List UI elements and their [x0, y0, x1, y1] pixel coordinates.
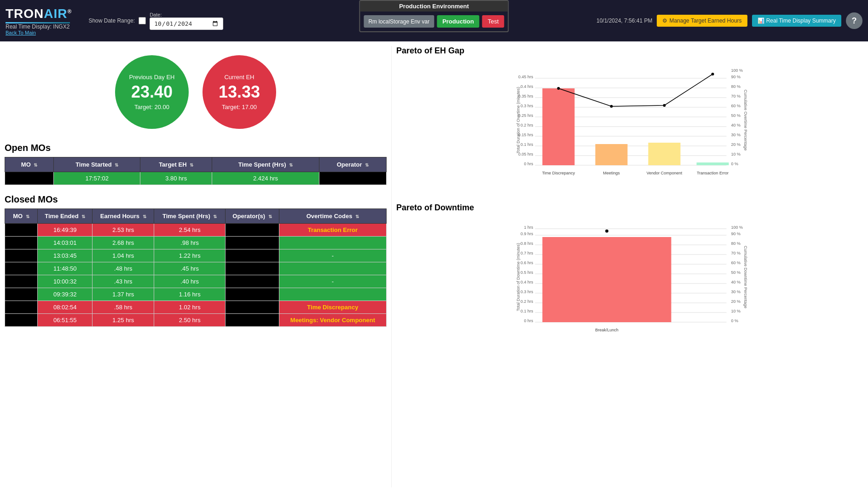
time-ended-cell: 08:02:54	[37, 301, 93, 314]
mo-cell	[5, 224, 38, 237]
svg-point-68	[605, 229, 609, 233]
svg-text:0.9 hrs: 0.9 hrs	[521, 232, 533, 236]
open-mos-table: MO ⇅ Time Started ⇅ Target EH ⇅ Time Spe…	[5, 157, 387, 185]
gear-icon: ⚙	[662, 17, 667, 24]
back-to-main-link[interactable]: Back To Main	[6, 30, 72, 35]
time-spent-cell: .40 hrs	[154, 275, 225, 288]
svg-text:0 hrs: 0 hrs	[524, 318, 533, 323]
date-area: Show Date Range: Date:	[88, 12, 223, 30]
operator-cell	[226, 275, 279, 288]
production-button[interactable]: Production	[437, 15, 480, 28]
rm-local-storage-button[interactable]: Rm localStorage Env var	[364, 15, 434, 28]
svg-text:Total Duration of Overtime (mi: Total Duration of Overtime (minutes)	[516, 87, 521, 154]
col-operators[interactable]: Operator(s) ⇅	[226, 209, 279, 224]
mo-cell	[5, 249, 38, 262]
test-button[interactable]: Test	[482, 15, 504, 28]
earned-hours-cell: .58 hrs	[93, 301, 154, 314]
manage-target-button[interactable]: ⚙ Manage Target Earned Hours	[657, 15, 747, 27]
time-started-cell: 17:57:02	[54, 172, 140, 185]
col-earned-hours[interactable]: Earned Hours ⇅	[93, 209, 154, 224]
realtime-summary-button[interactable]: 📊 Real Time Display Summary	[752, 15, 841, 27]
right-panel: Pareto of EH Gap 0 hrs 0.05 hrs 0.1 hrs …	[391, 46, 863, 487]
header-datetime: 10/1/2024, 7:56:41 PM	[596, 17, 652, 24]
time-ended-cell: 06:51:55	[37, 314, 93, 327]
time-ended-cell: 13:03:45	[37, 249, 93, 262]
mo-cell	[5, 314, 38, 327]
pareto-eh-title: Pareto of EH Gap	[396, 46, 863, 56]
svg-text:Meetings: Meetings	[603, 171, 620, 175]
main-content: Previous Day EH 23.40 Target: 20.00 Curr…	[0, 41, 868, 492]
pareto-downtime-svg: 0 hrs 0.1 hrs 0.2 hrs 0.3 hrs 0.4 hrs 0.…	[396, 217, 863, 351]
header: TRONAIR® Real Time Display: INGX2 Back T…	[0, 0, 868, 41]
time-ended-cell: 11:48:50	[37, 262, 93, 275]
time-spent-cell: 2.54 hrs	[154, 224, 225, 237]
col-mo-closed[interactable]: MO ⇅	[5, 209, 38, 224]
overtime-code-cell	[279, 262, 386, 275]
svg-text:80 %: 80 %	[731, 84, 741, 89]
svg-point-25	[610, 105, 613, 108]
curr-eh-circle: Current EH 13.33 Target: 17.00	[203, 55, 276, 129]
pareto-downtime-chart: 0 hrs 0.1 hrs 0.2 hrs 0.3 hrs 0.4 hrs 0.…	[396, 217, 863, 351]
curr-eh-label: Current EH	[224, 74, 254, 81]
table-row: 14:03:01 2.68 hrs .98 hrs	[5, 237, 387, 249]
svg-rect-23	[697, 162, 729, 165]
earned-hours-cell: 1.04 hrs	[93, 249, 154, 262]
col-time-spent-open[interactable]: Time Spent (Hrs) ⇅	[212, 157, 319, 172]
col-time-started[interactable]: Time Started ⇅	[54, 157, 140, 172]
earned-hours-cell: .48 hrs	[93, 262, 154, 275]
col-time-ended[interactable]: Time Ended ⇅	[37, 209, 93, 224]
svg-text:Break/Lunch: Break/Lunch	[595, 328, 619, 332]
col-overtime-codes[interactable]: Overtime Codes ⇅	[279, 209, 386, 224]
left-panel: Previous Day EH 23.40 Target: 20.00 Curr…	[5, 46, 391, 487]
time-spent-cell: 1.22 hrs	[154, 249, 225, 262]
date-input[interactable]	[150, 17, 223, 30]
table-row: 08:02:54 .58 hrs 1.02 hrs Time Discrepan…	[5, 301, 387, 314]
svg-text:0.35 hrs: 0.35 hrs	[518, 94, 533, 98]
svg-text:20 %: 20 %	[731, 142, 741, 147]
col-time-spent-closed[interactable]: Time Spent (Hrs) ⇅	[154, 209, 225, 224]
svg-text:100 %: 100 %	[731, 68, 743, 73]
svg-text:10 %: 10 %	[731, 152, 741, 156]
help-button[interactable]: ?	[846, 12, 862, 29]
earned-hours-cell: 2.53 hrs	[93, 224, 154, 237]
date-field-label: Date:	[150, 12, 223, 17]
svg-text:40 %: 40 %	[731, 280, 741, 284]
realtime-label: Real Time Display: INGX2	[6, 23, 72, 30]
prev-eh-target: Target: 20.00	[134, 104, 169, 110]
operator-cell	[226, 262, 279, 275]
operator-cell	[226, 224, 279, 237]
table-row: 17:57:02 3.80 hrs 2.424 hrs	[5, 172, 387, 185]
time-spent-cell: 2.424 hrs	[212, 172, 319, 185]
svg-text:0.7 hrs: 0.7 hrs	[521, 251, 533, 255]
svg-text:0 %: 0 %	[731, 318, 739, 323]
svg-text:0.5 hrs: 0.5 hrs	[521, 270, 533, 275]
col-target-eh[interactable]: Target EH ⇅	[140, 157, 212, 172]
col-mo-open[interactable]: MO ⇅	[5, 157, 54, 172]
svg-text:80 %: 80 %	[731, 241, 741, 246]
date-range-checkbox[interactable]	[139, 17, 146, 24]
svg-rect-20	[543, 88, 575, 165]
svg-text:Cumulative Overtime Percentage: Cumulative Overtime Percentage	[743, 90, 748, 151]
time-spent-cell: 2.50 hrs	[154, 314, 225, 327]
svg-text:0.3 hrs: 0.3 hrs	[521, 289, 533, 294]
svg-point-26	[663, 104, 666, 107]
earned-hours-cell: 2.68 hrs	[93, 237, 154, 249]
operator-cell	[226, 249, 279, 262]
time-spent-cell: .45 hrs	[154, 262, 225, 275]
mo-cell	[5, 301, 38, 314]
mo-cell	[5, 275, 38, 288]
table-row: 11:48:50 .48 hrs .45 hrs	[5, 262, 387, 275]
svg-text:0.25 hrs: 0.25 hrs	[518, 113, 533, 118]
svg-text:0.05 hrs: 0.05 hrs	[518, 152, 533, 156]
svg-text:60 %: 60 %	[731, 260, 741, 265]
time-ended-cell: 09:39:32	[37, 288, 93, 301]
table-row: 06:51:55 1.25 hrs 2.50 hrs Meetings: Ven…	[5, 314, 387, 327]
overtime-code-cell: Time Discrepancy	[279, 301, 386, 314]
mo-cell	[5, 288, 38, 301]
operator-cell	[226, 237, 279, 249]
time-ended-cell: 16:49:39	[37, 224, 93, 237]
svg-text:0.45 hrs: 0.45 hrs	[518, 75, 533, 79]
operator-cell	[226, 301, 279, 314]
col-operator-open[interactable]: Operator ⇅	[319, 157, 386, 172]
svg-text:40 %: 40 %	[731, 123, 741, 127]
